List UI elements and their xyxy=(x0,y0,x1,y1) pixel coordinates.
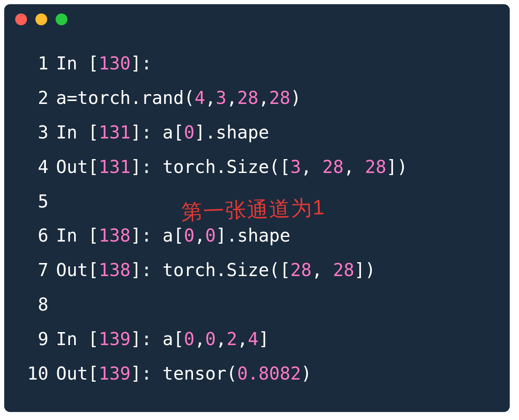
code-token: 131 xyxy=(99,157,131,177)
code-token: 28 xyxy=(322,157,344,177)
line-number: 7 xyxy=(17,253,48,287)
code-token: 28 xyxy=(333,260,354,280)
code-token: ].shape xyxy=(216,225,290,246)
code-token: , xyxy=(344,157,365,177)
code-token: , xyxy=(195,225,205,246)
code-content: In [131]: a[0].shape xyxy=(56,115,269,150)
code-token: In [ xyxy=(56,329,99,349)
code-area: 1In [130]:2a=torch.rand(4,3,28,28)3In [1… xyxy=(4,29,510,399)
code-token: , xyxy=(237,329,248,349)
code-token: ]) xyxy=(386,157,408,177)
code-token: ) xyxy=(290,88,301,108)
code-token: , xyxy=(227,88,237,108)
code-content: Out[139]: tensor(0.8082) xyxy=(56,356,312,391)
line-number: 2 xyxy=(17,81,48,115)
code-token: ]: a[ xyxy=(131,122,184,143)
code-token: In [ xyxy=(56,225,99,246)
code-token: a=torch.rand( xyxy=(56,88,195,108)
code-content xyxy=(56,184,67,219)
code-token: In [ xyxy=(56,122,99,143)
code-token: Out[ xyxy=(56,157,99,177)
code-line: 2a=torch.rand(4,3,28,28) xyxy=(17,81,497,115)
code-token: 0 xyxy=(205,329,216,349)
code-line: 9In [139]: a[0,0,2,4] xyxy=(17,322,497,356)
code-token: 0 xyxy=(184,329,194,349)
code-token: 0.8082 xyxy=(237,363,301,384)
code-token: 0 xyxy=(205,225,216,246)
line-number: 9 xyxy=(17,322,48,356)
line-number: 10 xyxy=(17,356,48,391)
code-content: In [130]: xyxy=(56,46,152,81)
code-token: Out[ xyxy=(56,260,99,280)
code-token: 4 xyxy=(195,88,205,108)
code-token: ]: torch.Size([ xyxy=(131,157,290,177)
code-token: ]: xyxy=(131,53,152,74)
code-content: In [138]: a[0,0].shape xyxy=(56,218,290,253)
code-token: , xyxy=(312,260,333,280)
line-number: 8 xyxy=(17,287,48,322)
code-token: 0 xyxy=(184,122,194,143)
minimize-icon[interactable] xyxy=(35,13,47,25)
line-number: 1 xyxy=(17,46,48,81)
code-line: 4Out[131]: torch.Size([3, 28, 28]) xyxy=(17,150,497,184)
line-number: 3 xyxy=(17,115,48,150)
code-line: 3In [131]: a[0].shape xyxy=(17,115,497,150)
code-token: In [ xyxy=(56,53,99,74)
terminal-window: 1In [130]:2a=torch.rand(4,3,28,28)3In [1… xyxy=(4,4,510,412)
code-content xyxy=(56,287,67,322)
line-number: 5 xyxy=(17,184,48,219)
code-line: 8 xyxy=(17,287,497,322)
code-token: 139 xyxy=(99,329,131,349)
watermark: CSDN @wyw0000 xyxy=(457,416,506,416)
code-token: , xyxy=(301,157,323,177)
code-token: , xyxy=(195,329,205,349)
maximize-icon[interactable] xyxy=(56,13,67,25)
code-token: ]: tensor( xyxy=(131,363,237,384)
code-token: 138 xyxy=(99,225,131,246)
code-token: ] xyxy=(259,329,269,349)
code-token: Out[ xyxy=(56,363,99,384)
code-content: In [139]: a[0,0,2,4] xyxy=(56,322,269,356)
code-token: 138 xyxy=(99,260,131,280)
code-line: 10Out[139]: tensor(0.8082) xyxy=(17,356,497,391)
code-token: 28 xyxy=(365,157,386,177)
line-number: 4 xyxy=(17,150,48,184)
code-token: ]: torch.Size([ xyxy=(131,260,290,280)
code-line: 7Out[138]: torch.Size([28, 28]) xyxy=(17,253,497,287)
titlebar xyxy=(4,4,510,29)
code-content: Out[138]: torch.Size([28, 28]) xyxy=(56,253,376,287)
code-line: 6In [138]: a[0,0].shape xyxy=(17,218,497,253)
code-token: ]: a[ xyxy=(131,225,184,246)
code-token: ].shape xyxy=(195,122,269,143)
code-token: 131 xyxy=(99,122,131,143)
code-token: , xyxy=(259,88,269,108)
code-token: 0 xyxy=(184,225,194,246)
code-token: ]) xyxy=(354,260,376,280)
code-token: 2 xyxy=(227,329,237,349)
code-token: 3 xyxy=(216,88,226,108)
code-token: 3 xyxy=(290,157,301,177)
code-token: 28 xyxy=(269,88,291,108)
line-number: 6 xyxy=(17,218,48,253)
code-token: 28 xyxy=(237,88,259,108)
code-token: 28 xyxy=(290,260,312,280)
code-line: 1In [130]: xyxy=(17,46,497,81)
code-token: , xyxy=(205,88,216,108)
code-content: a=torch.rand(4,3,28,28) xyxy=(56,81,301,115)
code-token: ) xyxy=(301,363,312,384)
code-token: 130 xyxy=(99,53,131,74)
code-token: , xyxy=(216,329,226,349)
close-icon[interactable] xyxy=(15,13,27,25)
code-token: ]: a[ xyxy=(131,329,184,349)
code-line: 5 xyxy=(17,184,497,219)
code-content: Out[131]: torch.Size([3, 28, 28]) xyxy=(56,150,408,184)
code-token: 139 xyxy=(99,363,131,384)
code-token: 4 xyxy=(248,329,258,349)
